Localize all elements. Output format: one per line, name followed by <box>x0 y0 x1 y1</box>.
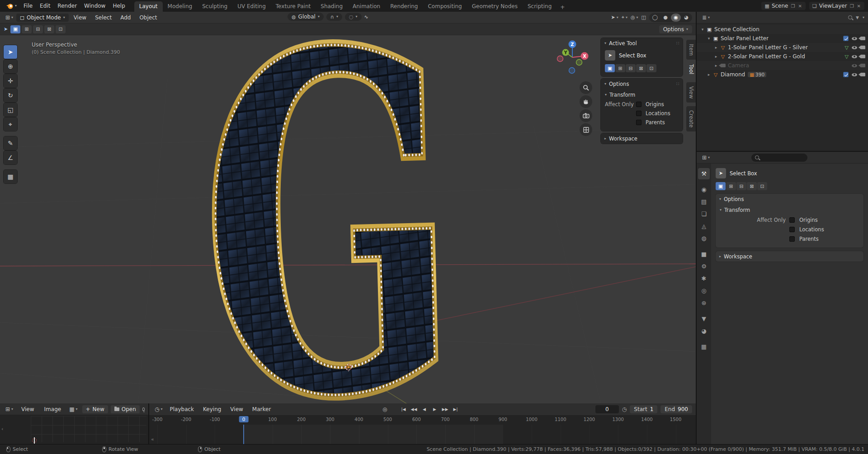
outliner-row-camera[interactable]: ▸ Camera <box>697 61 868 70</box>
chevron-down-icon[interactable]: ▾ <box>863 16 864 19</box>
tool-select-box[interactable]: ➤ <box>4 45 17 59</box>
select-mode-new-button[interactable]: ▣ <box>605 64 615 72</box>
zoom-button[interactable] <box>580 81 592 94</box>
editor-type-button[interactable]: ⊞ ▾ <box>4 406 15 412</box>
menu-playback[interactable]: Playback <box>166 405 198 414</box>
panel-header-options[interactable]: ▾ Options ∷ <box>601 79 683 89</box>
start-frame-field[interactable]: Start 1 <box>630 405 657 413</box>
prop-tab-object-data[interactable]: ▼ <box>698 313 710 324</box>
stopwatch-icon[interactable]: ◷ <box>622 406 627 412</box>
tool-cursor[interactable]: ⊕ <box>4 60 17 73</box>
disable-render-icon[interactable] <box>860 46 865 49</box>
snapping-toggle[interactable]: ∩ ▾ <box>326 13 342 21</box>
overlays-dropdown[interactable]: ◎ ▾ <box>631 14 638 20</box>
scene-selector[interactable]: ▦ Scene ❐ ✕ <box>761 2 805 10</box>
prop-tab-tool[interactable]: ⚒ <box>698 168 710 179</box>
select-box-tool-icon[interactable]: ➤ <box>605 50 615 61</box>
new-viewlayer-button[interactable]: ❐ <box>849 4 854 9</box>
prop-tab-constraints[interactable]: ⊛ <box>698 297 710 309</box>
tool-add-cube[interactable]: ▦ <box>4 170 17 183</box>
pin-icon[interactable] <box>142 407 145 411</box>
disable-render-icon[interactable] <box>860 64 865 67</box>
prop-tab-physics[interactable]: ◎ <box>698 285 710 296</box>
timeline-track-area[interactable]: « <box>149 425 696 444</box>
outliner-row-letter-gold[interactable]: ▸ ▽ 2-Solar Panel Letter G - Gold ▽ <box>697 52 868 61</box>
prop-tab-texture[interactable]: ▦ <box>698 341 710 352</box>
expand-icon[interactable]: ▸ <box>713 54 719 59</box>
sidebar-tab-item[interactable]: Item <box>686 40 696 60</box>
new-scene-button[interactable]: ❐ <box>790 4 795 9</box>
gizmos-dropdown[interactable]: ⌖ ▾ <box>622 14 627 20</box>
previous-keyframe-button[interactable]: ◀◀ <box>409 405 419 413</box>
menu-render[interactable]: Render <box>54 1 80 10</box>
panel-drag-icon[interactable]: ∷ <box>676 81 679 86</box>
menu-marker[interactable]: Marker <box>249 405 274 414</box>
hide-viewport-icon[interactable] <box>852 55 857 58</box>
prop-tab-render[interactable]: ◉ <box>698 184 710 195</box>
hide-viewport-icon[interactable] <box>852 37 857 40</box>
selectability-dropdown[interactable]: ➤ ▾ <box>611 14 618 20</box>
select-mode-invert-button[interactable]: ⊠ <box>44 25 54 33</box>
tab-geometry-nodes[interactable]: Geometry Nodes <box>467 1 523 12</box>
orthographic-toggle-button[interactable] <box>580 123 592 136</box>
transform-orientation-dropdown[interactable]: ◍ Global ▾ <box>288 13 324 21</box>
unlink-scene-button[interactable]: ✕ <box>797 4 802 9</box>
prop-tab-scene[interactable]: ◬ <box>698 220 710 232</box>
tab-layout[interactable]: Layout <box>134 1 163 12</box>
disable-render-icon[interactable] <box>860 37 865 40</box>
shading-material-preview-button[interactable]: ◉ <box>671 14 681 22</box>
mode-dropdown[interactable]: ◻ Object Mode ▾ <box>16 14 69 22</box>
tab-scripting[interactable]: Scripting <box>523 1 557 12</box>
tool-move[interactable]: ✛ <box>4 74 17 88</box>
camera-view-button[interactable] <box>580 109 592 122</box>
select-mode-intersect-button[interactable]: ⊡ <box>646 64 656 72</box>
outliner-row-scene-collection[interactable]: ▾ ▣ Scene Collection <box>697 25 868 34</box>
end-frame-field[interactable]: End 900 <box>660 405 692 413</box>
search-icon[interactable] <box>848 15 852 19</box>
editor-type-button[interactable]: ⊞ ▾ <box>4 14 15 21</box>
outliner-row-diamond[interactable]: ▸ ▽ Diamond ▦ 390 <box>697 70 868 79</box>
region-collapse-arrow[interactable]: ‹ <box>1 426 3 432</box>
menu-view[interactable]: View <box>18 405 38 414</box>
menu-select[interactable]: Select <box>91 13 115 22</box>
tab-rendering[interactable]: Rendering <box>385 1 423 12</box>
new-image-button[interactable]: + New <box>82 405 108 413</box>
add-workspace-button[interactable]: + <box>557 3 568 12</box>
solar-letter-g-object[interactable]: G G G <box>196 35 462 403</box>
jump-to-start-button[interactable]: |◀ <box>399 405 408 413</box>
sidebar-tab-create[interactable]: Create <box>686 106 696 131</box>
prop-tab-view-layer[interactable]: ❏ <box>698 208 710 220</box>
menu-object[interactable]: Object <box>136 13 160 22</box>
open-image-button[interactable]: Open <box>111 405 140 413</box>
disable-render-icon[interactable] <box>860 55 865 58</box>
hide-viewport-icon[interactable] <box>852 46 857 49</box>
expand-icon[interactable]: ▾ <box>706 36 712 41</box>
select-mode-invert-button[interactable]: ⊠ <box>747 182 757 190</box>
image-editor-canvas[interactable]: ‹ <box>0 415 148 444</box>
pan-button[interactable] <box>580 95 592 108</box>
select-mode-subtract-button[interactable]: ⊟ <box>736 182 746 190</box>
shading-solid-button[interactable]: ● <box>660 14 670 22</box>
origins-checkbox[interactable] <box>789 217 795 223</box>
axis-x-neg-handle[interactable] <box>557 56 563 62</box>
panel-header-workspace[interactable]: ▸ Workspace <box>601 133 683 144</box>
select-mode-extend-button[interactable]: ⊞ <box>22 25 32 33</box>
expand-icon[interactable]: ▸ <box>713 45 719 50</box>
tool-transform[interactable]: ⌖ <box>4 117 17 131</box>
prop-tab-material[interactable]: ◕ <box>698 325 710 337</box>
sidebar-tab-view[interactable]: View <box>686 82 696 103</box>
axis-z-neg-handle[interactable] <box>569 68 575 74</box>
menu-image[interactable]: Image <box>41 405 65 414</box>
panel-header-active-tool[interactable]: ▾ Active Tool ∷ <box>601 38 683 48</box>
next-keyframe-button[interactable]: ▶▶ <box>440 405 450 413</box>
shading-rendered-button[interactable]: ◕ <box>681 14 691 22</box>
prop-tab-object[interactable]: ■ <box>698 248 710 260</box>
tab-sculpting[interactable]: Sculpting <box>197 1 232 12</box>
transform-subpanel-header[interactable]: ▾ Transform <box>605 90 679 100</box>
tab-animation[interactable]: Animation <box>348 1 385 12</box>
origins-checkbox[interactable] <box>636 102 642 107</box>
select-mode-new-button[interactable]: ▣ <box>10 25 20 33</box>
parents-checkbox[interactable] <box>636 120 642 125</box>
menu-window[interactable]: Window <box>80 1 109 10</box>
menu-help[interactable]: Help <box>109 1 128 10</box>
